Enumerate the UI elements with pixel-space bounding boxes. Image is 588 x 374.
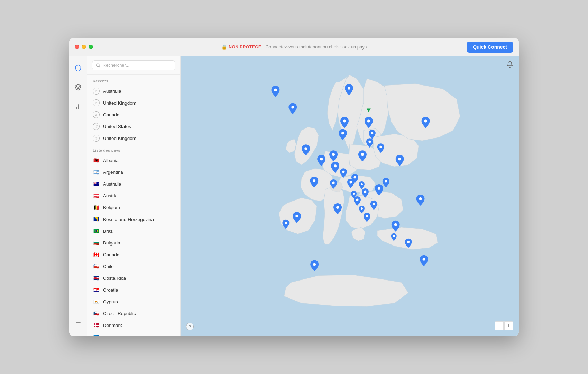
country-name: Brazil — [103, 229, 115, 234]
flag-australia: 🇦🇺 — [93, 180, 100, 187]
recent-icon: ↺ — [93, 135, 100, 142]
list-item[interactable]: 🇨🇱 Chile — [87, 260, 180, 272]
zoom-in-button[interactable]: + — [504, 321, 513, 330]
flag-argentina: 🇦🇷 — [93, 169, 100, 176]
country-name: Bosnia and Herzegovina — [103, 217, 154, 222]
svg-point-23 — [364, 191, 366, 193]
notification-button[interactable] — [501, 56, 519, 74]
svg-point-14 — [304, 147, 307, 150]
status-badge: 🔒 NON PROTÉGÉ — [221, 44, 261, 50]
sidebar-icon-shield[interactable] — [72, 62, 84, 74]
list-item[interactable]: 🇨🇾 Cyprus — [87, 296, 180, 308]
bell-icon — [506, 61, 513, 68]
svg-point-19 — [332, 182, 335, 184]
quick-connect-button[interactable]: Quick Connect — [467, 42, 513, 53]
flag-austria: 🇦🇹 — [93, 192, 100, 199]
close-button[interactable] — [75, 45, 79, 49]
maximize-button[interactable] — [89, 45, 93, 49]
list-item[interactable]: 🇦🇺 Australia — [87, 178, 180, 190]
country-panel: Récents ↺ Australia ↺ United Kingdom ↺ C… — [87, 56, 181, 336]
svg-point-46 — [419, 197, 422, 200]
svg-point-35 — [336, 206, 339, 209]
recent-country-name: Australia — [103, 89, 121, 94]
country-name: Chile — [103, 264, 114, 269]
flag-belgium: 🇧🇪 — [93, 204, 100, 211]
list-item[interactable]: 🇨🇿 Czech Republic — [87, 308, 180, 319]
search-box — [87, 56, 180, 75]
svg-point-37 — [424, 119, 427, 122]
country-list: Récents ↺ Australia ↺ United Kingdom ↺ C… — [87, 75, 180, 336]
sidebar-icons — [69, 56, 87, 336]
list-item[interactable]: 🇨🇷 Costa Rica — [87, 272, 180, 284]
flag-canada: 🇨🇦 — [93, 251, 100, 258]
recent-country-name: United States — [103, 124, 131, 129]
list-item[interactable]: 🇧🇷 Brazil — [87, 225, 180, 237]
recent-country-name: Canada — [103, 112, 119, 117]
search-input-wrap — [92, 60, 175, 70]
map-area[interactable]: ? − + — [181, 56, 519, 336]
svg-point-30 — [366, 215, 368, 217]
country-name: Denmark — [103, 323, 122, 328]
svg-point-39 — [274, 89, 277, 91]
recent-item[interactable]: ↺ United Kingdom — [87, 97, 180, 109]
recent-item[interactable]: ↺ Canada — [87, 109, 180, 121]
sidebar-icon-layers[interactable] — [72, 81, 84, 93]
svg-point-15 — [320, 158, 323, 160]
minimize-button[interactable] — [82, 45, 86, 49]
svg-point-34 — [285, 222, 287, 224]
list-item[interactable]: 🇦🇱 Albania — [87, 154, 180, 166]
list-item[interactable]: 🇨🇦 Canada — [87, 249, 180, 260]
svg-point-47 — [313, 263, 316, 266]
list-item[interactable]: 🇧🇪 Belgium — [87, 202, 180, 213]
svg-point-10 — [343, 119, 346, 122]
flag-czech: 🇨🇿 — [93, 310, 100, 317]
list-item[interactable]: 🇪🇪 Estonia — [87, 331, 180, 336]
sidebar-icon-filter[interactable] — [72, 318, 84, 330]
svg-point-24 — [378, 187, 380, 190]
svg-point-36 — [291, 106, 294, 109]
recent-item[interactable]: ↺ Australia — [87, 85, 180, 97]
flag-costa-rica: 🇨🇷 — [93, 275, 100, 282]
svg-point-40 — [407, 241, 410, 243]
countries-label: Liste des pays — [87, 144, 180, 154]
list-item[interactable]: 🇧🇬 Bulgaria — [87, 237, 180, 249]
lock-icon: 🔒 — [221, 44, 227, 50]
flag-brazil: 🇧🇷 — [93, 228, 100, 234]
country-name: Bulgaria — [103, 240, 120, 246]
map-help-button[interactable]: ? — [186, 323, 194, 330]
flag-albania: 🇦🇱 — [93, 157, 100, 164]
recent-item[interactable]: ↺ United States — [87, 121, 180, 132]
svg-point-38 — [348, 87, 350, 90]
svg-point-45 — [379, 146, 382, 148]
map-controls: − + — [495, 321, 513, 330]
list-item[interactable]: 🇦🇹 Austria — [87, 190, 180, 202]
main-content: Récents ↺ Australia ↺ United Kingdom ↺ C… — [69, 56, 519, 336]
country-name: Costa Rica — [103, 276, 126, 281]
recent-icon: ↺ — [93, 88, 100, 95]
svg-point-11 — [341, 132, 344, 134]
svg-point-18 — [313, 179, 315, 182]
svg-point-17 — [342, 171, 345, 173]
country-name: Argentina — [103, 170, 123, 175]
list-item[interactable]: 🇭🇷 Croatia — [87, 284, 180, 296]
svg-point-44 — [361, 207, 363, 210]
country-name: Czech Republic — [103, 311, 136, 316]
svg-point-33 — [295, 215, 298, 217]
list-item[interactable]: 🇦🇷 Argentina — [87, 166, 180, 178]
list-item[interactable]: 🇩🇰 Denmark — [87, 319, 180, 331]
svg-point-32 — [385, 180, 387, 183]
list-item[interactable]: 🇧🇦 Bosnia and Herzegovina — [87, 213, 180, 225]
recent-icon: ↺ — [93, 99, 100, 106]
flag-denmark: 🇩🇰 — [93, 322, 100, 329]
search-input[interactable] — [103, 63, 172, 68]
svg-point-26 — [368, 141, 371, 143]
status-label: NON PROTÉGÉ — [229, 45, 261, 50]
sidebar-icon-stats[interactable] — [72, 100, 84, 113]
flag-bulgaria: 🇧🇬 — [93, 239, 100, 246]
recent-item[interactable]: ↺ United Kingdom — [87, 132, 180, 144]
traffic-lights — [75, 45, 93, 49]
country-name: Estonia — [103, 335, 119, 336]
country-name: Canada — [103, 252, 119, 257]
zoom-out-button[interactable]: − — [495, 321, 504, 330]
titlebar: 🔒 NON PROTÉGÉ Connectez-vous maintenant … — [69, 38, 519, 56]
